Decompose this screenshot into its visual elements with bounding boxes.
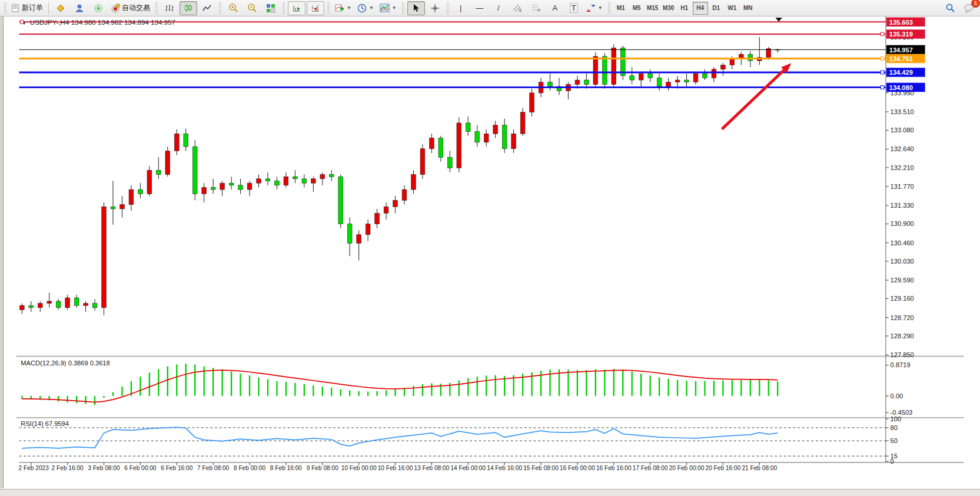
candle-body xyxy=(730,59,735,65)
hline-glyph: — xyxy=(476,4,483,12)
candle-body xyxy=(174,134,179,151)
tile-windows-button[interactable] xyxy=(262,1,280,15)
candle-body xyxy=(220,183,225,189)
market-button[interactable] xyxy=(71,1,88,15)
time-tick-label: 16 Feb 16:00 xyxy=(596,465,632,471)
candle-body xyxy=(639,74,643,80)
candle-body xyxy=(703,74,707,78)
templates-button[interactable]: ▼ xyxy=(377,1,399,15)
timeframe-h4[interactable]: H4 xyxy=(693,2,708,15)
candle-body xyxy=(420,149,425,175)
notifications-button[interactable]: 1 xyxy=(960,1,978,15)
candle-body xyxy=(111,207,115,209)
price-tick-label: 130.030 xyxy=(891,258,914,265)
timeframe-m30[interactable]: M30 xyxy=(661,2,676,15)
indicators-caret-icon: ▼ xyxy=(347,5,351,11)
rsi-tick-label: 100 xyxy=(891,415,902,422)
candle-body xyxy=(693,74,698,82)
timeframe-m5[interactable]: M5 xyxy=(629,2,645,15)
label-tool-glyph: T xyxy=(570,3,578,13)
trendline-glyph: / xyxy=(497,4,500,12)
svg-text:F: F xyxy=(538,8,540,12)
arrows-icon xyxy=(586,4,596,13)
candle-body xyxy=(202,187,207,194)
horizontal-scrollbar-area[interactable] xyxy=(0,489,980,496)
price-tick-label: 128.720 xyxy=(891,314,914,321)
chart-shift-button[interactable] xyxy=(307,1,324,15)
hline-handle-icon[interactable] xyxy=(881,86,884,89)
text-tool-glyph: A xyxy=(552,4,557,12)
time-tick-label: 15 Feb 08:00 xyxy=(523,465,559,471)
macd-label: MACD(12,26,9) 0.3869 0.3618 xyxy=(21,359,109,367)
crosshair-tool-button[interactable] xyxy=(426,1,444,15)
zoom-out-button[interactable] xyxy=(243,1,261,15)
hline-handle-icon[interactable] xyxy=(881,71,884,74)
signal-icon xyxy=(94,4,103,13)
candle-body xyxy=(575,80,580,84)
candle-body xyxy=(329,175,334,177)
line-chart-icon xyxy=(202,4,212,13)
timeframe-h1[interactable]: H1 xyxy=(677,2,692,15)
price-tick-label: 128.290 xyxy=(891,332,914,339)
cursor-tool-button[interactable] xyxy=(407,1,425,15)
line-chart-button[interactable] xyxy=(198,1,216,15)
candle-body xyxy=(430,138,434,149)
time-tick-label: 8 Feb 00:00 xyxy=(234,465,265,471)
candle-body xyxy=(192,147,197,194)
new-order-label: 新订单 xyxy=(22,3,43,13)
hline-handle-icon[interactable] xyxy=(881,32,884,36)
chart-shift-icon xyxy=(311,4,320,13)
label-tool[interactable]: T xyxy=(565,1,583,15)
candle-body xyxy=(530,93,534,112)
timeframe-m1[interactable]: M1 xyxy=(613,2,629,15)
candle-body xyxy=(138,189,143,194)
signals-button[interactable] xyxy=(89,1,107,15)
trendline-tool[interactable]: / xyxy=(490,1,507,15)
candle-body xyxy=(466,123,470,132)
timeframe-w1[interactable]: W1 xyxy=(725,2,740,15)
new-order-button[interactable]: 新订单 xyxy=(9,1,45,15)
text-tool[interactable]: A xyxy=(546,1,564,15)
candle-body xyxy=(74,298,79,305)
candle-body xyxy=(666,82,671,86)
fibonacci-tool[interactable]: F xyxy=(527,1,545,15)
price-tick-label: 132.210 xyxy=(891,164,914,171)
indicators-button[interactable]: ▼ xyxy=(333,1,354,15)
auto-scroll-button[interactable] xyxy=(288,1,305,15)
candle-body xyxy=(129,189,134,205)
search-button[interactable] xyxy=(941,1,959,15)
candlestick-chart-button[interactable] xyxy=(180,1,197,15)
vertical-line-tool[interactable]: | xyxy=(452,1,470,15)
channel-icon: E xyxy=(512,4,523,13)
price-tick-label: 130.460 xyxy=(891,239,914,247)
candle-body xyxy=(602,56,607,84)
bar-chart-icon xyxy=(165,4,174,13)
candle-body xyxy=(92,304,97,308)
template-icon xyxy=(380,4,390,12)
candle-body xyxy=(447,157,452,168)
timeframe-group: M1M5M15M30H1H4D1W1MN xyxy=(613,2,756,15)
candle-body xyxy=(657,78,662,86)
cursor-icon xyxy=(412,4,420,13)
zoom-in-button[interactable] xyxy=(224,1,242,15)
autotrading-button[interactable]: 自动交易 xyxy=(108,1,152,15)
bar-chart-button[interactable] xyxy=(161,1,178,15)
usdjpy-h4-chart: 135.250134.820134.390133.950133.510133.0… xyxy=(0,16,980,496)
price-tick-label: 129.160 xyxy=(891,295,914,302)
timeframe-d1[interactable]: D1 xyxy=(709,2,724,15)
profiles-button[interactable] xyxy=(52,1,69,15)
chart-background xyxy=(19,16,964,472)
new-order-icon xyxy=(12,4,20,12)
timeframe-mn[interactable]: MN xyxy=(740,2,756,15)
hline-handle-icon[interactable] xyxy=(881,57,884,61)
periods-button[interactable]: ▼ xyxy=(355,1,376,15)
channel-tool[interactable]: E xyxy=(509,1,526,15)
clock-icon xyxy=(357,4,367,13)
horizontal-line-tool[interactable]: — xyxy=(471,1,489,15)
candle-body xyxy=(84,304,88,306)
price-tick-label: 130.900 xyxy=(891,220,914,227)
arrows-tool[interactable]: ▼ xyxy=(584,1,605,15)
timeframe-m15[interactable]: M15 xyxy=(645,2,660,15)
auto-scroll-icon xyxy=(292,4,301,13)
candle-body xyxy=(284,177,288,185)
